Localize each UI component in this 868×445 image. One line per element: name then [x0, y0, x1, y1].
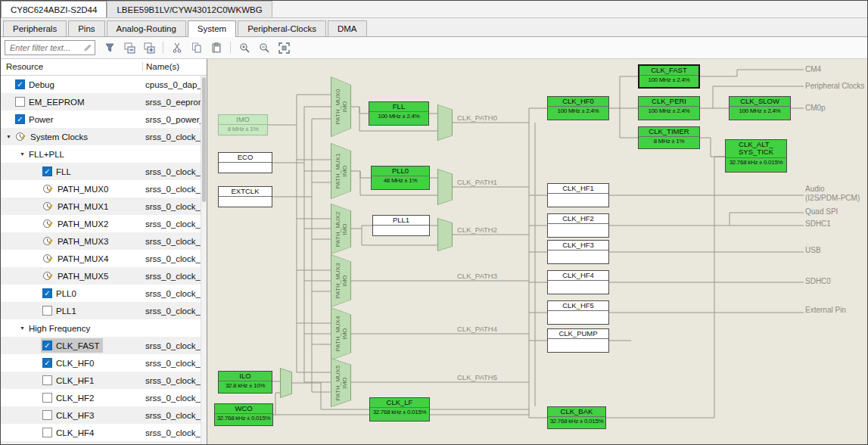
copy-icon[interactable]	[188, 39, 205, 56]
tree-row[interactable]: PLL1srss_0_clock_	[1, 302, 201, 319]
path-mux-path_mux4[interactable]: PATH_MUX4IMO	[331, 307, 351, 360]
path-mux-path_mux5[interactable]: PATH_MUX5IMO	[331, 358, 351, 407]
zoom-fit-icon[interactable]	[275, 39, 292, 56]
tree-scrollbar[interactable]	[201, 76, 207, 444]
tree-row[interactable]: PATH_MUX2srss_0_clock_	[1, 215, 201, 232]
tree-row[interactable]: PATH_MUX3srss_0_clock_	[1, 232, 201, 250]
diagram-block-clk_bak[interactable]: CLK_BAK32.768 kHz ± 0.015%	[547, 406, 606, 429]
tree-row[interactable]: CLK_HF2srss_0_clock_	[1, 389, 201, 406]
diagram-block-clk_peri[interactable]: CLK_PERI100 MHz ± 2.4%	[638, 96, 700, 120]
tree-row[interactable]: ✓CLK_HF0srss_0_clock_	[1, 354, 201, 372]
diagram-block-clk_slow[interactable]: CLK_SLOW100 MHz ± 2.4%	[729, 96, 791, 120]
checkbox[interactable]: ✓	[42, 288, 52, 298]
endpoint-label: Peripheral Clocks	[805, 82, 864, 91]
device-tab[interactable]: CY8C624ABZI-S2D44	[1, 1, 107, 17]
path-mux-path_mux1[interactable]: PATH_MUX1IMO	[331, 143, 351, 199]
zoom-out-icon[interactable]	[256, 39, 272, 56]
checkbox[interactable]: ✓	[42, 341, 52, 350]
diagram-block-clk_pump[interactable]: CLK_PUMP	[547, 328, 609, 353]
diagram-block-clk_hf5[interactable]: CLK_HF5	[547, 300, 609, 325]
tree-row[interactable]: ✓Powersrss_0_power_	[1, 110, 201, 128]
device-configurator-window: CY8C624ABZI-S2D44LBEE59B1LV/CYW43012C0WK…	[0, 0, 868, 445]
diagram-block-clk_lf[interactable]: CLK_LF32.768 kHz ± 0.015%	[369, 397, 430, 422]
diagram-block-clk_alt_sys_tick[interactable]: CLK_ALT_ SYS_TICK32.768 kHz ± 0.015%	[725, 139, 787, 173]
diagram-block-clk_hf4[interactable]: CLK_HF4	[547, 270, 609, 294]
checkbox[interactable]	[15, 97, 25, 107]
checkbox[interactable]: ✓	[15, 114, 25, 124]
pencil-icon	[83, 43, 92, 52]
tree-row[interactable]: CLK_HF3srss_0_clock_	[1, 406, 201, 424]
filter-input[interactable]	[8, 42, 83, 53]
tree-row[interactable]: ▼High Frequency	[1, 319, 201, 337]
tree-row[interactable]: PATH_MUX5srss_0_clock_	[1, 267, 201, 285]
cut-icon[interactable]	[169, 39, 185, 56]
device-tab[interactable]: LBEE59B1LV/CYW43012C0WKWBG	[107, 1, 272, 17]
diagram-block-pll1[interactable]: PLL1	[372, 215, 430, 236]
tree-row[interactable]: ▼System Clockssrss_0_clock_	[1, 128, 201, 145]
diagram-block-clk_hf2[interactable]: CLK_HF2	[547, 213, 609, 238]
paste-icon[interactable]	[208, 39, 225, 56]
mode-tab-peripheral-clocks[interactable]: Peripheral-Clocks	[238, 20, 326, 36]
clock-icon	[42, 253, 54, 264]
checkbox[interactable]: ✓	[42, 358, 52, 368]
expand-all-icon[interactable]	[141, 39, 157, 56]
path-mux-pll0_out_mux[interactable]	[437, 169, 453, 205]
diagram-block-pll0[interactable]: PLL048 MHz ± 1%	[371, 166, 430, 190]
diagram-block-clk_hf0[interactable]: CLK_HF0100 MHz ± 2.4%	[547, 96, 609, 120]
filter-icon[interactable]	[101, 39, 118, 56]
block-freq	[548, 281, 608, 282]
checkbox[interactable]	[42, 393, 52, 403]
tree-row[interactable]: ✓Debugcpuss_0_dap_	[1, 76, 201, 93]
block-label: CLK_PERI	[639, 97, 699, 107]
toolbar	[1, 37, 867, 59]
diagram-block-clk_fast[interactable]: CLK_FAST100 MHz ± 2.4%	[638, 64, 700, 89]
diagram-block-fll[interactable]: FLL100 MHz ± 2.4%	[369, 101, 429, 126]
diagram-block-imo[interactable]: IMO8 MHz ± 1%	[218, 114, 268, 135]
resource-tree: ✓Debugcpuss_0_dap_EM_EEPROMsrss_0_eeprom…	[1, 76, 201, 444]
diagram-block-clk_hf3[interactable]: CLK_HF3	[547, 240, 609, 264]
mode-tab-peripherals[interactable]: Peripherals	[3, 20, 67, 36]
tree-row-content: System Clocks	[14, 129, 91, 144]
path-mux-pll1_out_mux[interactable]	[437, 218, 453, 251]
diagram-block-wco[interactable]: WCO32.768 kHz ± 0.015%	[214, 403, 273, 426]
diagram-block-extclk[interactable]: EXTCLK	[218, 186, 272, 207]
mode-tab-analog-routing[interactable]: Analog-Routing	[107, 20, 186, 36]
checkbox[interactable]	[42, 410, 52, 420]
tree-row-content: ✓PLL0	[41, 286, 79, 300]
checkbox[interactable]: ✓	[42, 166, 52, 176]
diagram-block-clk_hf1[interactable]: CLK_HF1	[547, 183, 609, 207]
tree-row[interactable]: ✓PLL0srss_0_clock_	[1, 285, 201, 302]
tree-row[interactable]: ▼FLL+PLL	[1, 145, 201, 163]
path-mux-path_mux2[interactable]: PATH_MUX2IMO	[331, 204, 351, 254]
diagram-block-eco[interactable]: ECO	[218, 152, 272, 173]
expander-icon[interactable]: ▼	[17, 325, 27, 331]
checkbox[interactable]	[42, 375, 52, 385]
zoom-in-icon[interactable]	[236, 39, 253, 56]
tree-row[interactable]: CLK_HF1srss_0_clock_	[1, 372, 201, 389]
tree-row[interactable]: CLK_HF4srss_0_clock_	[1, 424, 201, 441]
tree-row[interactable]: CLK_HF5srss_0_clock_	[1, 441, 201, 444]
tree-row[interactable]: PATH_MUX0srss_0_clock_	[1, 180, 201, 198]
tree-row[interactable]: ✓FLLsrss_0_clock_	[1, 163, 201, 180]
path-mux-clk_lf_mux[interactable]	[280, 368, 292, 398]
diagram-block-ilo[interactable]: ILO32.8 kHz ± 10%	[218, 371, 272, 394]
expander-icon[interactable]: ▼	[4, 134, 14, 139]
mode-tab-dma[interactable]: DMA	[328, 20, 367, 36]
path-mux-path_mux3[interactable]: PATH_MUX3IMO	[331, 254, 351, 307]
tree-scrollbar-thumb[interactable]	[202, 77, 206, 202]
checkbox[interactable]	[42, 428, 52, 437]
path-mux-fll_out_mux[interactable]	[437, 104, 453, 141]
checkbox[interactable]: ✓	[15, 79, 25, 89]
tree-row[interactable]: PATH_MUX4srss_0_clock_	[1, 250, 201, 267]
clk-path-label: CLK_PATH5	[457, 373, 497, 381]
diagram-block-clk_timer[interactable]: CLK_TIMER8 MHz ± 1%	[638, 126, 700, 149]
checkbox[interactable]	[42, 306, 52, 316]
collapse-all-icon[interactable]	[121, 39, 138, 56]
expander-icon[interactable]: ▼	[17, 151, 27, 157]
tree-row[interactable]: PATH_MUX1srss_0_clock_	[1, 198, 201, 215]
tree-row[interactable]: ✓CLK_FASTsrss_0_clock_	[1, 337, 201, 354]
path-mux-path_mux0[interactable]: PATH_MUX0IMO	[331, 76, 351, 137]
tree-row[interactable]: EM_EEPROMsrss_0_eeprom	[1, 93, 201, 110]
mode-tab-pins[interactable]: Pins	[68, 20, 104, 36]
mode-tab-system[interactable]: System	[188, 20, 236, 37]
